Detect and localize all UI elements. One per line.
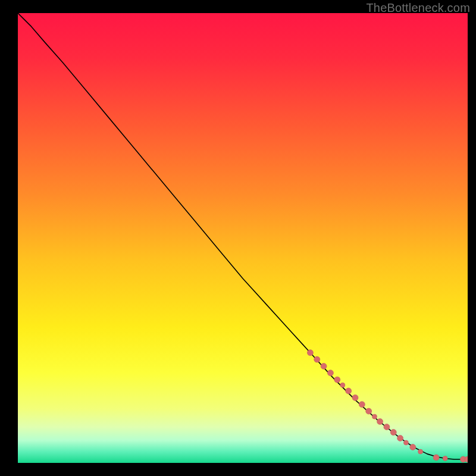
- data-point: [314, 356, 320, 362]
- data-point: [321, 363, 327, 369]
- data-point: [390, 430, 396, 436]
- data-point: [352, 394, 358, 400]
- chart-frame: TheBottleneck.com: [0, 0, 476, 476]
- gradient-background: [18, 13, 468, 463]
- data-point: [307, 350, 313, 356]
- data-point: [397, 435, 403, 441]
- data-point: [418, 449, 423, 454]
- plot-area: [18, 13, 468, 463]
- data-point: [377, 418, 383, 424]
- data-point: [384, 424, 390, 430]
- data-point: [334, 377, 340, 383]
- data-point: [433, 455, 439, 461]
- data-point: [410, 444, 416, 450]
- data-point: [403, 440, 408, 445]
- data-point: [327, 370, 333, 376]
- data-point: [346, 388, 352, 394]
- data-point: [443, 456, 447, 461]
- data-point: [359, 402, 365, 408]
- data-point: [366, 408, 372, 414]
- data-point: [372, 414, 377, 419]
- chart-svg: [18, 13, 468, 463]
- data-point: [340, 383, 345, 387]
